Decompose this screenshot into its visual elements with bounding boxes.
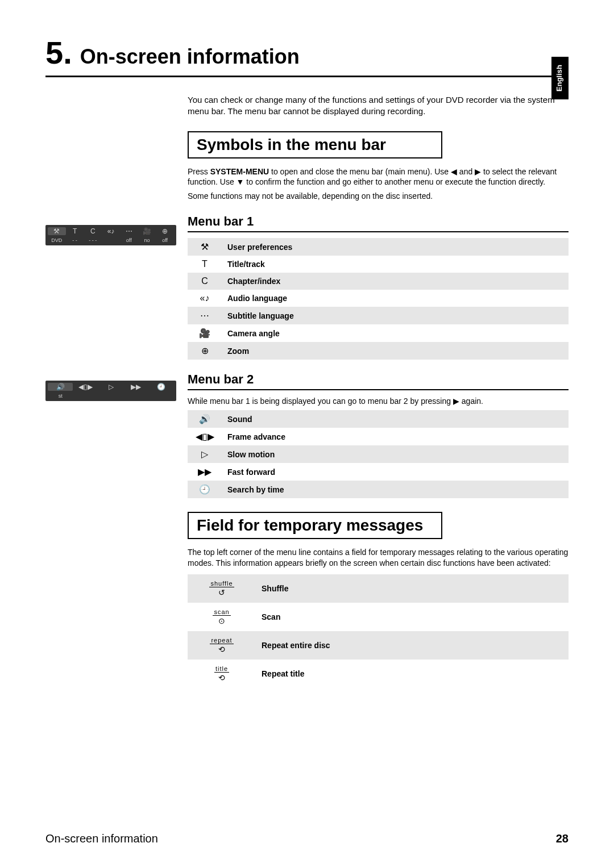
- osd-icon: T: [66, 227, 84, 235]
- menubar1-table: ⚒User preferences TTitle/track CChapter/…: [188, 238, 569, 360]
- page-number: 28: [556, 832, 569, 845]
- section1-p2: Some functions may not be available, dep…: [188, 191, 569, 202]
- title-icon: T: [188, 256, 222, 273]
- row-label: Subtitle language: [222, 307, 569, 324]
- table-row: repeat⟲ Repeat entire disc: [188, 631, 569, 660]
- menubar2-heading: Menu bar 2: [188, 372, 569, 390]
- table-row: ▷Slow motion: [188, 445, 569, 463]
- section1-p1: Press SYSTEM-MENU to open and close the …: [188, 166, 569, 188]
- zoom-icon: ⊕: [188, 342, 222, 360]
- osd-icon: 🎥: [138, 227, 156, 235]
- preferences-icon: ⚒: [188, 238, 222, 256]
- osd-icon: 🕘: [149, 383, 174, 391]
- row-label: Slow motion: [222, 445, 569, 463]
- subtitle-icon: ⋯: [188, 307, 222, 324]
- osd-val: [98, 393, 123, 399]
- chapter-heading: 5. On-screen information: [45, 34, 569, 71]
- menubar2-osd: 🔊 ◀▯▶ ▷ ▶▶ 🕘 st: [45, 381, 176, 401]
- chapter-title-text: On-screen information: [80, 45, 300, 69]
- table-row: 🔊Sound: [188, 410, 569, 428]
- table-row: ⊕Zoom: [188, 342, 569, 360]
- osd-val: - - -: [84, 237, 102, 243]
- footer-section: On-screen information: [45, 832, 158, 845]
- table-row: ▶▶Fast forward: [188, 463, 569, 481]
- row-label: Audio language: [222, 290, 569, 307]
- audio-language-icon: «♪: [188, 290, 222, 307]
- osd-icon: C: [84, 227, 102, 235]
- osd-val: [123, 393, 148, 399]
- osd-val: no: [138, 237, 156, 243]
- osd-icon: ▶▶: [123, 383, 148, 391]
- shuffle-icon: shuffle↺: [188, 574, 256, 603]
- menubar1-osd: ⚒ T C «♪ ⋯ 🎥 ⊕ DVD - - - - - off no off: [45, 225, 176, 245]
- row-label: Sound: [222, 410, 569, 428]
- table-row: shuffle↺ Shuffle: [188, 574, 569, 603]
- osd-val: off: [120, 237, 138, 243]
- table-row: title⟲ Repeat title: [188, 660, 569, 688]
- table-row: CChapter/index: [188, 273, 569, 290]
- intro-text: You can check or change many of the func…: [188, 94, 569, 118]
- row-label: Frame advance: [222, 428, 569, 445]
- left-column: ⚒ T C «♪ ⋯ 🎥 ⊕ DVD - - - - - off no off …: [45, 94, 188, 688]
- section-symbols-heading: Symbols in the menu bar: [188, 131, 442, 158]
- system-menu-label: SYSTEM-MENU: [210, 167, 269, 176]
- osd-val: [102, 237, 120, 243]
- osd-val: st: [48, 393, 73, 399]
- row-label: Repeat entire disc: [256, 631, 569, 660]
- chapter-icon: C: [188, 273, 222, 290]
- table-row: TTitle/track: [188, 256, 569, 273]
- language-tab: English: [551, 57, 569, 99]
- row-label: Shuffle: [256, 574, 569, 603]
- row-label: Fast forward: [222, 463, 569, 481]
- row-label: User preferences: [222, 238, 569, 256]
- row-label: Repeat title: [256, 660, 569, 688]
- section2-p: The top left corner of the menu line con…: [188, 547, 569, 569]
- slow-motion-icon: ▷: [188, 445, 222, 463]
- title-rule: [45, 76, 569, 77]
- osd-val: - -: [66, 237, 84, 243]
- table-row: «♪Audio language: [188, 290, 569, 307]
- osd-val: [149, 393, 174, 399]
- osd-icon: 🔊: [48, 383, 73, 391]
- table-row: scan⊙ Scan: [188, 603, 569, 631]
- row-label: Search by time: [222, 481, 569, 498]
- section-messages-heading: Field for temporary messages: [188, 512, 442, 539]
- table-row: 🕘Search by time: [188, 481, 569, 498]
- table-row: ⚒User preferences: [188, 238, 569, 256]
- frame-advance-icon: ◀▯▶: [188, 428, 222, 445]
- osd-icon: ▷: [98, 383, 123, 391]
- scan-icon: scan⊙: [188, 603, 256, 631]
- osd-icon: ⋯: [120, 227, 138, 235]
- row-label: Zoom: [222, 342, 569, 360]
- osd-val: [73, 393, 98, 399]
- search-time-icon: 🕘: [188, 481, 222, 498]
- messages-table: shuffle↺ Shuffle scan⊙ Scan repeat⟲ Repe…: [188, 574, 569, 688]
- osd-icon: ⊕: [156, 227, 174, 235]
- repeat-disc-icon: repeat⟲: [188, 631, 256, 660]
- menubar2-table: 🔊Sound ◀▯▶Frame advance ▷Slow motion ▶▶F…: [188, 410, 569, 498]
- osd-val: off: [156, 237, 174, 243]
- table-row: ◀▯▶Frame advance: [188, 428, 569, 445]
- sound-icon: 🔊: [188, 410, 222, 428]
- p-text: Press: [188, 167, 210, 176]
- table-row: ⋯Subtitle language: [188, 307, 569, 324]
- row-label: Chapter/index: [222, 273, 569, 290]
- osd-icon: ◀▯▶: [73, 383, 98, 391]
- right-column: You can check or change many of the func…: [188, 94, 569, 688]
- page-footer: On-screen information 28: [45, 832, 569, 845]
- osd-icon: «♪: [102, 227, 120, 235]
- menubar1-heading: Menu bar 1: [188, 214, 569, 232]
- chapter-number: 5.: [45, 34, 72, 71]
- osd-val: DVD: [48, 237, 66, 243]
- fast-forward-icon: ▶▶: [188, 463, 222, 481]
- table-row: 🎥Camera angle: [188, 324, 569, 342]
- row-label: Scan: [256, 603, 569, 631]
- menubar2-intro: While menu bar 1 is being displayed you …: [188, 396, 569, 407]
- camera-angle-icon: 🎥: [188, 324, 222, 342]
- repeat-title-icon: title⟲: [188, 660, 256, 688]
- osd-icon: ⚒: [48, 227, 66, 235]
- row-label: Camera angle: [222, 324, 569, 342]
- row-label: Title/track: [222, 256, 569, 273]
